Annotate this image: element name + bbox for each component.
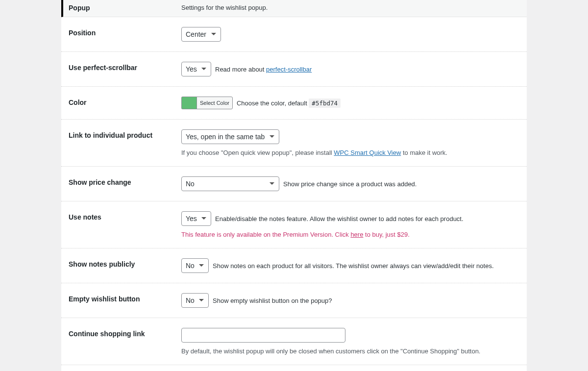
row-color: Color Select Color Choose the color, def… bbox=[61, 87, 527, 120]
section-header-popup: Popup Settings for the wishlist popup. bbox=[61, 0, 527, 17]
link-wpc-quick-view[interactable]: WPC Smart Quick View bbox=[334, 149, 401, 156]
label-notes-public: Show notes publicly bbox=[69, 258, 181, 268]
help-empty-btn: Show empty wishlist button on the popup? bbox=[213, 297, 332, 304]
row-scrollbar: Use perfect-scrollbar Yes Read more abou… bbox=[61, 52, 527, 87]
select-use-notes[interactable]: Yes bbox=[181, 211, 211, 226]
help-link-product: If you choose "Open quick view popup", p… bbox=[181, 149, 519, 156]
label-use-notes: Use notes bbox=[69, 211, 181, 221]
row-empty-btn: Empty wishlist button No Show empty wish… bbox=[61, 283, 527, 318]
code-default-color: #5fbd74 bbox=[309, 99, 341, 108]
row-link-product: Link to individual product Yes, open in … bbox=[61, 120, 527, 167]
label-continue: Continue shopping link bbox=[69, 328, 181, 338]
help-scrollbar: Read more about perfect-scrollbar bbox=[215, 66, 312, 73]
row-use-notes: Use notes Yes Enable/disable the notes f… bbox=[61, 201, 527, 248]
link-perfect-scrollbar[interactable]: perfect-scrollbar bbox=[266, 66, 312, 73]
label-color: Color bbox=[69, 97, 181, 106]
select-position[interactable]: Center bbox=[181, 27, 221, 42]
row-continue: Continue shopping link By default, the w… bbox=[61, 318, 527, 365]
label-price-change: Show price change bbox=[69, 176, 181, 186]
row-suggested: Suggested products Show suggested produc… bbox=[61, 365, 527, 371]
help-color: Choose the color, default #5fbd74 bbox=[237, 99, 341, 107]
label-link-product: Link to individual product bbox=[69, 129, 181, 139]
row-price-change: Show price change No Show price change s… bbox=[61, 167, 527, 201]
help-use-notes: Enable/disable the notes feature. Allow … bbox=[215, 215, 464, 223]
label-scrollbar: Use perfect-scrollbar bbox=[69, 62, 181, 72]
help-price-change: Show price change since a product was ad… bbox=[283, 180, 416, 188]
help-notes-public: Show notes on each product for all visit… bbox=[213, 262, 494, 270]
help-continue: By default, the wishlist popup will only… bbox=[181, 347, 519, 355]
select-scrollbar[interactable]: Yes bbox=[181, 62, 211, 76]
section-title: Popup bbox=[69, 4, 181, 12]
premium-note: This feature is only available on the Pr… bbox=[181, 231, 519, 238]
section-desc: Settings for the wishlist popup. bbox=[181, 4, 519, 11]
select-notes-public[interactable]: No bbox=[181, 258, 209, 273]
row-position: Position Center bbox=[61, 17, 527, 52]
input-continue-link[interactable] bbox=[181, 328, 345, 343]
select-color-button[interactable]: Select Color bbox=[196, 97, 233, 109]
label-position: Position bbox=[69, 27, 181, 37]
select-empty-btn[interactable]: No bbox=[181, 293, 209, 308]
select-price-change[interactable]: No bbox=[181, 176, 279, 191]
select-link-product[interactable]: Yes, open in the same tab bbox=[181, 129, 279, 144]
label-empty-btn: Empty wishlist button bbox=[69, 293, 181, 303]
color-swatch[interactable] bbox=[181, 97, 197, 109]
link-premium-buy[interactable]: here bbox=[350, 231, 363, 238]
row-notes-public: Show notes publicly No Show notes on eac… bbox=[61, 248, 527, 283]
